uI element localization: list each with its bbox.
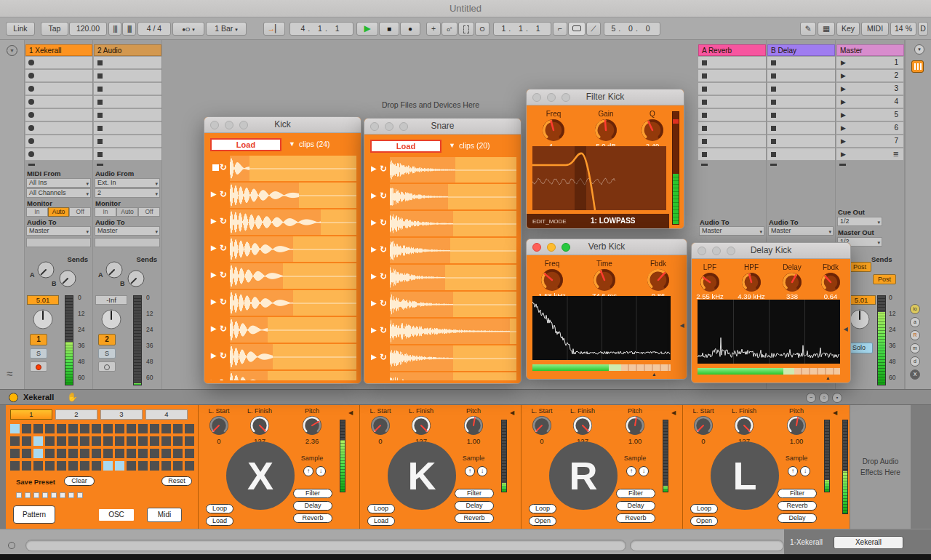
loop-icon[interactable]: ↻ [220, 189, 227, 199]
clip-slot[interactable] [94, 70, 161, 82]
scene-slot[interactable]: ▶6 [836, 122, 903, 135]
device-edit-button[interactable]: ○ [819, 393, 829, 403]
clip-slot[interactable] [25, 122, 92, 135]
sample-pad-r[interactable]: R [549, 441, 618, 510]
clip-slot[interactable] [94, 148, 161, 161]
track-header[interactable]: 2 Audio [94, 44, 161, 56]
return-clip-slot[interactable] [698, 109, 766, 121]
clip-slot[interactable] [25, 109, 92, 121]
window-resize-icon[interactable]: ◀ [680, 322, 684, 329]
snare-plugin-window[interactable]: Snare Load ▼ clips (20) ▶↻▶↻▶↻▶↻▶↻▶↻▶↻▶↻… [364, 118, 522, 384]
fx-reverb-button[interactable]: Reverb [616, 513, 655, 523]
close-icon[interactable] [210, 121, 219, 129]
edit-mode-label[interactable]: EDIT_MODE [532, 218, 567, 225]
loop-icon[interactable]: ↻ [380, 271, 387, 281]
record-button[interactable]: ● [400, 22, 420, 36]
overdub-button[interactable]: + [426, 22, 441, 36]
step-cell[interactable] [161, 436, 171, 446]
window-titlebar[interactable]: Snare [364, 119, 521, 135]
step-cell[interactable] [115, 449, 124, 458]
window-titlebar[interactable]: Filter Kick [527, 89, 684, 105]
output-dropdown[interactable]: Master [699, 226, 764, 236]
monitor-off-button[interactable]: Off [69, 207, 91, 217]
loop-button[interactable]: Loop [206, 504, 233, 513]
play-icon[interactable]: ▶ [211, 190, 217, 198]
volume-display[interactable]: -Inf [95, 295, 127, 305]
play-icon[interactable]: ▶ [371, 245, 377, 253]
sample-row[interactable]: ▶↻ [370, 211, 516, 236]
solo-button[interactable]: S [98, 348, 116, 359]
sample-up-button[interactable]: ↑ [626, 466, 636, 476]
step-cell[interactable] [127, 461, 136, 471]
knob-dial[interactable] [625, 415, 645, 437]
step-cell[interactable] [10, 436, 20, 446]
step-cell[interactable] [150, 461, 159, 471]
step-cell[interactable] [80, 424, 89, 433]
step-cell[interactable] [68, 461, 78, 471]
device-save-button[interactable]: ▪ [832, 393, 842, 403]
knob-dial[interactable] [820, 272, 841, 292]
step-cell[interactable] [68, 449, 78, 458]
sample-pad-x[interactable]: X [226, 441, 295, 510]
fx-knob-freq[interactable]: Freq1.58 kHz [531, 260, 573, 300]
step-cell[interactable] [138, 461, 148, 471]
loop-icon[interactable]: ↻ [380, 298, 387, 308]
knob-dial[interactable] [572, 415, 593, 437]
time-signature-display[interactable]: 4 / 4 [137, 22, 171, 36]
knob-dial[interactable] [782, 272, 802, 292]
track-stop-all-button[interactable] [97, 164, 103, 166]
fx-reverb-button[interactable]: Reverb [293, 513, 332, 523]
preset-slot[interactable] [25, 492, 31, 498]
draw-mode-button[interactable] [458, 22, 474, 36]
sample-row[interactable]: ▶↻ [210, 290, 356, 316]
step-cell[interactable] [127, 436, 136, 446]
loop-icon[interactable]: ↻ [220, 216, 227, 226]
midi-map-button[interactable]: MIDI [861, 22, 889, 36]
save-preset-label[interactable]: Save Preset [16, 478, 55, 486]
return-clip-slot[interactable] [698, 135, 766, 148]
loop-icon[interactable]: ↻ [220, 162, 227, 172]
clips-count-label[interactable]: clips (20) [459, 141, 490, 150]
step-cell[interactable] [150, 449, 159, 458]
expand-master-icon[interactable]: ▾ [914, 44, 924, 55]
input-channel-dropdown[interactable]: All Channels [26, 188, 91, 198]
device-title[interactable]: Xekerall [23, 393, 54, 401]
scene-play-icon[interactable]: ▶ [841, 151, 846, 158]
fx-delay-button[interactable]: Delay [778, 513, 817, 523]
monitor-off-button[interactable]: Off [138, 207, 160, 217]
sample-up-button[interactable]: ↑ [788, 466, 798, 476]
scene-play-icon[interactable]: ▶ [841, 85, 846, 92]
scene-play-icon[interactable]: ▶ [841, 98, 846, 105]
follow-button[interactable]: →▏ [263, 22, 285, 36]
knob-dial[interactable] [741, 272, 762, 292]
return-stop-button[interactable] [770, 164, 777, 166]
send-b-knob[interactable] [59, 270, 76, 289]
filter-type-label[interactable]: 1: LOWPASS [591, 217, 635, 225]
step-cell[interactable] [80, 461, 89, 471]
scene-slot-extra[interactable]: ▶≣ [836, 148, 903, 161]
zoom-icon[interactable] [727, 247, 735, 255]
play-icon[interactable]: ▶ [211, 324, 217, 332]
step-cell[interactable] [150, 424, 159, 433]
load-button[interactable]: Load [210, 138, 281, 151]
zoom-icon[interactable] [562, 93, 570, 102]
preset-slot[interactable] [77, 492, 83, 498]
loop-toggle-button[interactable]: O [475, 22, 490, 36]
send-b-knob[interactable] [127, 270, 145, 289]
track-activator[interactable]: 2 [98, 334, 116, 345]
return-clip-slot[interactable] [767, 70, 835, 82]
crossfader-section-toggle[interactable]: X [910, 369, 920, 380]
fx-knob-fbdk[interactable]: Fbdk0.64 [811, 263, 850, 300]
return-clip-slot[interactable] [767, 83, 835, 95]
clip-slot[interactable] [25, 96, 92, 108]
return-header[interactable]: A Reverb [698, 44, 766, 56]
sample-row[interactable]: ▶↻ [370, 345, 516, 371]
pattern-bank-4[interactable]: 4 [145, 409, 188, 420]
zoom-icon[interactable] [562, 243, 570, 252]
knob-dial[interactable] [542, 119, 565, 142]
knob-dial[interactable] [647, 268, 670, 292]
close-icon[interactable] [532, 243, 541, 252]
knob-dial[interactable] [411, 415, 431, 437]
play-icon[interactable]: ▶ [371, 218, 377, 226]
collapse-icon[interactable]: ◀ [510, 409, 514, 416]
